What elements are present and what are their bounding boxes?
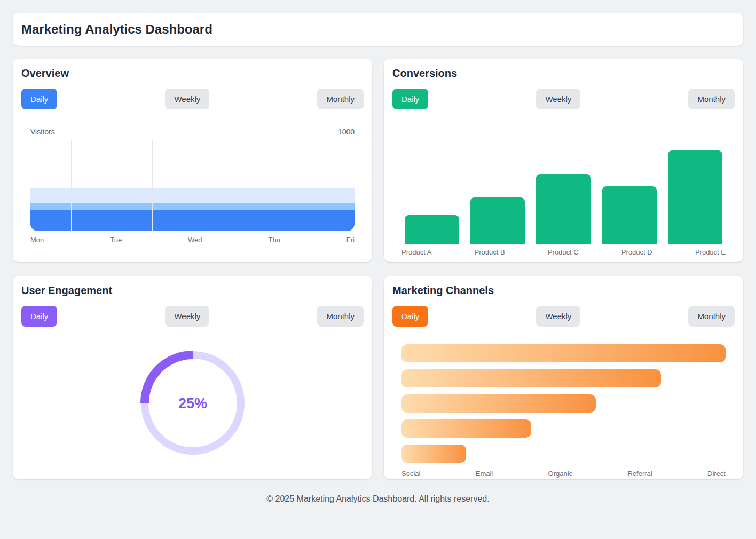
overview-panel: Overview Daily Weekly Monthly Visitors 1… [13, 59, 372, 262]
bar-social [401, 344, 726, 362]
footer-text: © 2025 Marketing Analytics Dashboard. Al… [13, 494, 743, 504]
channels-daily-button[interactable]: Daily [392, 306, 428, 327]
bar-product-b [470, 197, 525, 244]
axis-label: Mon [30, 236, 44, 244]
gridline [71, 140, 72, 231]
gridline [233, 140, 233, 231]
bar-product-d [602, 186, 657, 244]
bar-product-a [405, 215, 459, 244]
conversions-monthly-button[interactable]: Monthly [688, 89, 735, 109]
conversions-x-labels: Product AProduct BProduct CProduct DProd… [401, 248, 726, 256]
axis-label: Product D [621, 248, 652, 256]
axis-label: Email [476, 470, 493, 478]
overview-title: Overview [21, 67, 364, 80]
channels-panel: Marketing Channels Daily Weekly Monthly … [384, 276, 743, 479]
conversions-panel: Conversions Daily Weekly Monthly Product… [384, 59, 743, 262]
channels-title: Marketing Channels [392, 284, 735, 297]
overview-x-labels: MonTueWedThuFri [30, 236, 355, 244]
bar-product-c [536, 174, 590, 244]
gridline [152, 140, 153, 231]
bar-product-e [668, 150, 722, 244]
overview-daily-button[interactable]: Daily [21, 89, 57, 109]
panel-grid: Overview Daily Weekly Monthly Visitors 1… [13, 59, 743, 479]
bar-organic [401, 394, 596, 413]
axis-label: Direct [707, 470, 726, 478]
axis-label: Wed [188, 236, 202, 244]
axis-label: Tue [110, 236, 122, 244]
channels-bars [401, 344, 726, 463]
conversions-daily-button[interactable]: Daily [392, 89, 428, 109]
axis-label: Organic [548, 470, 573, 478]
overview-chart: Visitors 1000 MonTueWedThuFri [30, 128, 355, 244]
overview-y-max-label: 1000 [338, 128, 355, 136]
band-dark [30, 210, 355, 231]
engagement-daily-button[interactable]: Daily [21, 306, 57, 327]
engagement-monthly-button[interactable]: Monthly [317, 306, 364, 327]
bar-direct [401, 445, 466, 463]
axis-label: Product E [695, 248, 726, 256]
axis-label: Fri [346, 236, 355, 244]
engagement-donut: 25% [21, 350, 364, 456]
channels-x-labels: SocialEmailOrganicReferralDirect [401, 470, 726, 478]
axis-label: Referral [627, 470, 652, 478]
gridline [314, 140, 314, 231]
axis-label: Social [401, 470, 420, 478]
engagement-value: 25% [178, 395, 207, 411]
overview-plot [30, 140, 355, 231]
engagement-panel: User Engagement Daily Weekly Monthly 25% [13, 276, 372, 479]
overview-monthly-button[interactable]: Monthly [317, 89, 364, 109]
axis-label: Product A [401, 248, 431, 256]
engagement-range-buttons: Daily Weekly Monthly [21, 306, 364, 327]
engagement-weekly-button[interactable]: Weekly [165, 306, 209, 327]
conversions-title: Conversions [392, 67, 735, 80]
engagement-title: User Engagement [21, 284, 364, 297]
dashboard-page: Marketing Analytics Dashboard Overview D… [0, 0, 756, 504]
bar-email [401, 369, 661, 387]
conversions-range-buttons: Daily Weekly Monthly [392, 89, 735, 109]
axis-label: Product C [548, 248, 579, 256]
channels-weekly-button[interactable]: Weekly [536, 306, 580, 327]
donut-chart: 25% [139, 350, 246, 456]
bar-referral [401, 419, 531, 438]
conversions-weekly-button[interactable]: Weekly [536, 89, 580, 109]
overview-weekly-button[interactable]: Weekly [165, 89, 209, 109]
axis-label: Product B [475, 248, 505, 256]
channels-range-buttons: Daily Weekly Monthly [392, 306, 735, 327]
overview-chart-header: Visitors 1000 [30, 128, 355, 136]
overview-y-axis-label: Visitors [30, 128, 55, 136]
overview-range-buttons: Daily Weekly Monthly [21, 89, 364, 109]
channels-monthly-button[interactable]: Monthly [688, 306, 735, 327]
header-card: Marketing Analytics Dashboard [13, 13, 743, 46]
conversions-bars [405, 150, 722, 244]
axis-label: Thu [268, 236, 280, 244]
page-title: Marketing Analytics Dashboard [21, 22, 735, 37]
